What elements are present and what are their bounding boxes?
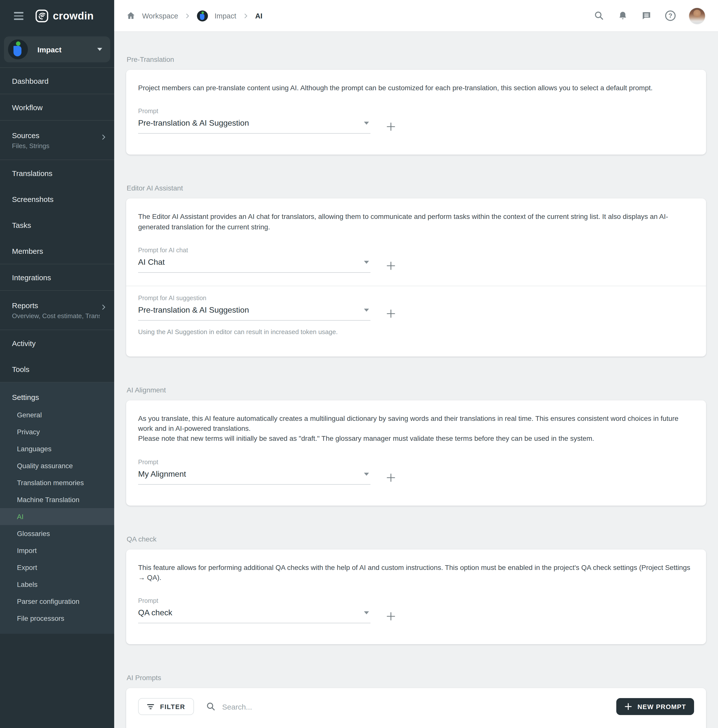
section-description: Project members can pre-translate conten… [138,83,694,93]
sidebar-item-dashboard[interactable]: Dashboard [0,68,114,94]
chevron-down-icon [364,122,369,125]
messages-chat-icon[interactable] [641,11,652,21]
prompts-search [206,702,608,712]
app-window: crowdin Impact Dashboard Workflow Source… [0,0,718,728]
field-label: Prompt [138,598,694,604]
editor-ai-assistant-card: The Editor AI Assistant provides an AI c… [126,199,706,356]
section-label: Editor AI Assistant [127,184,706,192]
sidebar-item-activity[interactable]: Activity [0,330,114,356]
settings-item-languages[interactable]: Languages [0,440,114,457]
crowdin-logo-icon [35,9,48,23]
crowdin-logo[interactable]: crowdin [35,9,94,23]
section-ai-alignment: AI Alignment As you translate, this AI f… [126,386,706,506]
ai-prompts-card: FILTER NEW PROMPT [126,688,706,728]
add-prompt-button[interactable] [385,472,396,483]
sidebar-item-settings[interactable]: Settings [0,387,114,406]
ai-alignment-card: As you translate, this AI feature automa… [126,401,706,506]
section-description: The Editor AI Assistant provides an AI c… [138,212,694,232]
search-input[interactable] [222,703,608,711]
ai-suggestion-prompt-field: Prompt for AI suggestion Pre-translation… [138,295,694,336]
table-header: Title Visibility Type Model [126,725,706,728]
section-description: Please note that new terms will initiall… [138,434,694,444]
breadcrumb-page: AI [255,12,263,20]
settings-item-parser-configuration[interactable]: Parser configuration [0,593,114,610]
user-avatar[interactable] [689,8,705,24]
settings-item-general[interactable]: General [0,406,114,423]
project-name: Impact [37,45,61,54]
hamburger-menu-icon[interactable] [14,12,23,20]
divider [126,286,706,286]
section-qa-check: QA check This feature allows for perform… [126,535,706,644]
breadcrumb-workspace[interactable]: Workspace [142,12,178,20]
section-label: QA check [127,535,706,543]
project-avatar [197,10,208,21]
pre-translation-card: Project members can pre-translate conten… [126,70,706,155]
chevron-down-icon [364,612,369,615]
crowdin-logo-text: crowdin [53,10,94,22]
search-icon[interactable] [594,11,604,21]
notifications-bell-icon[interactable] [618,11,628,21]
filter-button[interactable]: FILTER [138,698,194,715]
sidebar-item-screenshots[interactable]: Screenshots [0,186,114,212]
section-label: AI Prompts [127,674,706,682]
settings-item-labels[interactable]: Labels [0,576,114,593]
section-description: This feature allows for performing addit… [138,563,694,583]
settings-item-file-processors[interactable]: File processors [0,610,114,627]
settings-item-glossaries[interactable]: Glossaries [0,525,114,542]
filter-icon [147,703,154,711]
settings-item-export[interactable]: Export [0,559,114,576]
chevron-down-icon [364,261,369,264]
alignment-prompt-select[interactable]: My Alignment [138,470,370,485]
project-switcher[interactable]: Impact [4,37,110,62]
chevron-right-icon [100,304,107,312]
sidebar-item-tools[interactable]: Tools [0,356,114,382]
qa-check-prompt-select[interactable]: QA check [138,609,370,624]
settings-item-machine-translation[interactable]: Machine Translation [0,491,114,508]
settings-item-privacy[interactable]: Privacy [0,423,114,440]
topbar: Workspace Impact AI ? [114,0,718,32]
help-icon[interactable]: ? [665,11,675,21]
sidebar-item-reports[interactable]: Reports Overview, Cost estimate, Transl.… [0,291,114,330]
ai-chat-prompt-select[interactable]: AI Chat [138,258,370,273]
chevron-right-icon [185,13,191,19]
sidebar-item-tasks[interactable]: Tasks [0,212,114,238]
settings-item-translation-memories[interactable]: Translation memories [0,474,114,491]
sidebar-item-workflow[interactable]: Workflow [0,94,114,120]
topbar-actions: ? [594,8,705,24]
new-prompt-button[interactable]: NEW PROMPT [617,698,694,715]
field-label: Prompt for AI suggestion [138,295,694,302]
add-prompt-button[interactable] [385,260,396,271]
breadcrumb: Workspace Impact AI [126,10,263,21]
sidebar-item-translations[interactable]: Translations [0,160,114,186]
prompt-field: Prompt My Alignment [138,459,694,485]
prompt-field: Prompt Pre-translation & AI Suggestion [138,108,694,134]
prompt-field: Prompt QA check [138,598,694,624]
ai-chat-prompt-field: Prompt for AI chat AI Chat [138,247,694,273]
sidebar-item-sources[interactable]: Sources Files, Strings [0,121,114,159]
pre-translation-prompt-select[interactable]: Pre-translation & AI Suggestion [138,119,370,134]
section-label: AI Alignment [127,386,706,394]
sidebar-item-integrations[interactable]: Integrations [0,264,114,290]
settings-item-import[interactable]: Import [0,542,114,559]
add-prompt-button[interactable] [385,308,396,319]
page-content: Pre-Translation Project members can pre-… [114,32,718,728]
sidebar: crowdin Impact Dashboard Workflow Source… [0,0,114,728]
field-label: Prompt [138,459,694,466]
chevron-down-icon [97,48,102,51]
add-prompt-button[interactable] [385,121,396,132]
settings-item-ai-active[interactable]: AI [0,508,114,525]
prompts-toolbar: FILTER NEW PROMPT [126,688,706,725]
section-label: Pre-Translation [127,55,706,63]
ai-suggestion-prompt-select[interactable]: Pre-translation & AI Suggestion [138,306,370,321]
field-label: Prompt for AI chat [138,247,694,254]
sidebar-item-subtitle: Files, Strings [12,142,100,149]
breadcrumb-project[interactable]: Impact [215,12,236,20]
section-editor-ai-assistant: Editor AI Assistant The Editor AI Assist… [126,184,706,356]
add-prompt-button[interactable] [385,611,396,622]
chevron-right-icon [100,134,107,142]
section-ai-prompts: AI Prompts FILTER [126,674,706,728]
sidebar-item-members[interactable]: Members [0,238,114,264]
settings-item-quality-assurance[interactable]: Quality assurance [0,457,114,474]
home-icon[interactable] [126,11,136,20]
helper-text: Using the AI Suggestion in editor can re… [138,328,694,336]
